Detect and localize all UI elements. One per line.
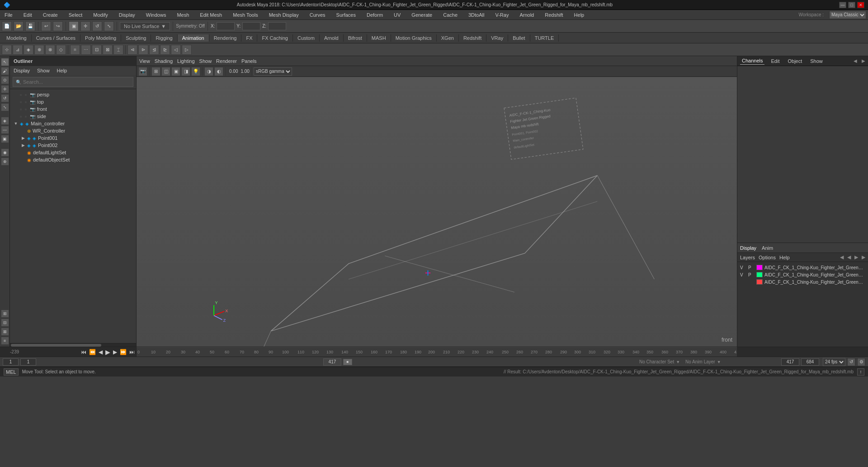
minimize-button[interactable]: — <box>839 2 846 8</box>
tab-mash[interactable]: MASH <box>367 34 391 42</box>
layer-p1[interactable]: P <box>748 265 755 270</box>
menu-windows[interactable]: Windows <box>143 11 169 19</box>
tab-xgen[interactable]: XGen <box>437 34 459 42</box>
menu-vray[interactable]: V-Ray <box>492 11 511 19</box>
z-input[interactable] <box>268 22 286 30</box>
frame-start2-input[interactable] <box>20 358 36 366</box>
tb2-snap2[interactable]: ⋯ <box>81 45 91 55</box>
workspace-dropdown[interactable]: Maya Classic <box>829 11 866 19</box>
viewport-canvas[interactable]: AIDC_F-CK-1_Ching-Kuo Fighter Jet Green … <box>137 77 737 347</box>
tab-rigging[interactable]: Rigging <box>151 34 177 42</box>
rotate-tool-btn[interactable]: ↺ <box>92 21 102 31</box>
lasso-tool-icon[interactable]: ⊙ <box>1 76 9 84</box>
tab-sculpting[interactable]: Sculpting <box>121 34 151 42</box>
menu-edit-mesh[interactable]: Edit Mesh <box>197 11 225 19</box>
grid-icon[interactable]: ⊞ <box>1 310 9 318</box>
outliner-item-default-object-set[interactable]: ◉ defaultObjectSet <box>10 156 136 163</box>
vp-light-btn[interactable]: 💡 <box>191 67 200 76</box>
tb2-btn6[interactable]: ◇ <box>56 45 66 55</box>
menu-surfaces[interactable]: Surfaces <box>334 11 359 19</box>
tab-fx-caching[interactable]: FX Caching <box>257 34 292 42</box>
tb2-btn4[interactable]: ⊕ <box>34 45 44 55</box>
tb2-snap1[interactable]: ⌗ <box>70 45 80 55</box>
outliner-menu-help[interactable]: Help <box>55 67 69 74</box>
tb2-key6[interactable]: ▷ <box>182 45 192 55</box>
outliner-item-default-light-set[interactable]: ◉ defaultLightSet <box>10 149 136 156</box>
menu-mesh[interactable]: Mesh <box>174 11 192 19</box>
menu-deform[interactable]: Deform <box>364 11 386 19</box>
layer-nav-icon2[interactable]: ◀ <box>847 254 851 260</box>
menu-mesh-display[interactable]: Mesh Display <box>266 11 302 19</box>
layers-subtab[interactable]: Layers <box>740 255 755 260</box>
paint-tool-icon[interactable]: 🖌 <box>1 67 9 75</box>
outliner-menu-show[interactable]: Show <box>35 67 52 74</box>
viewport-menu-renderer[interactable]: Renderer <box>216 58 237 64</box>
tab-rendering[interactable]: Rendering <box>209 34 242 42</box>
tab-modeling[interactable]: Modeling <box>2 34 32 42</box>
tb2-key5[interactable]: ◁ <box>171 45 181 55</box>
move-icon[interactable]: ✛ <box>1 85 9 93</box>
close-button[interactable]: ✕ <box>857 2 864 8</box>
tb2-key3[interactable]: ⊴ <box>149 45 159 55</box>
undo-btn[interactable]: ↩ <box>41 21 51 31</box>
help-subtab[interactable]: Help <box>779 255 790 260</box>
vp-ao-btn[interactable]: ◐ <box>214 67 223 76</box>
vertex-icon[interactable]: ◈ <box>1 117 9 125</box>
layer-nav-icon3[interactable]: ▶ <box>854 254 858 260</box>
tb2-btn5[interactable]: ⊗ <box>45 45 55 55</box>
tab-bifrost[interactable]: Bifrost <box>344 34 367 42</box>
tb2-key4[interactable]: ⊵ <box>160 45 170 55</box>
tab-redshift[interactable]: Redshift <box>459 34 486 42</box>
outliner-item-point002[interactable]: ▶ ◈ ◈ Point002 <box>10 142 136 149</box>
no-anim-layer-label[interactable]: No Anim Layer <box>685 359 715 364</box>
viewport-menu-view[interactable]: View <box>139 58 150 64</box>
panel-minimize-icon[interactable]: ◀ <box>854 58 857 63</box>
layer-nav-icon4[interactable]: ▶ <box>862 254 865 260</box>
options-subtab[interactable]: Options <box>759 255 776 260</box>
soft-select-icon[interactable]: ◉ <box>1 148 9 157</box>
menu-create[interactable]: Create <box>40 11 61 19</box>
viewport-menu-show[interactable]: Show <box>199 58 212 64</box>
menu-display[interactable]: Display <box>116 11 138 19</box>
no-live-surface-indicator[interactable]: No Live Surface ▼ <box>120 22 170 30</box>
settings-btn[interactable]: ⚙ <box>857 358 865 366</box>
play-back-btn[interactable]: ▶ <box>104 348 112 356</box>
viewport-menu-panels[interactable]: Panels <box>241 58 257 64</box>
tb2-key2[interactable]: ⊳ <box>138 45 148 55</box>
viewport-menu-shading[interactable]: Shading <box>155 58 173 64</box>
maximize-button[interactable]: □ <box>848 2 855 8</box>
layers-icon[interactable]: ≡ <box>1 337 9 345</box>
tb2-snap4[interactable]: ⊠ <box>103 45 113 55</box>
vp-camera-icon[interactable]: 📷 <box>138 67 147 76</box>
tab-vray[interactable]: VRay <box>486 34 508 42</box>
outliner-item-top[interactable]: ■ ■ 📷 top <box>10 98 136 105</box>
vp-texture-btn[interactable]: ◨ <box>181 67 190 76</box>
layer-item-3[interactable]: AIDC_F_CK_1_Ching-Kuo_Fighter_Jet_Green_… <box>737 278 868 286</box>
select-mode-btn[interactable]: ▣ <box>69 21 79 31</box>
object-tab[interactable]: Object <box>786 57 804 65</box>
menu-cache[interactable]: Cache <box>440 11 460 19</box>
tb2-btn3[interactable]: ◈ <box>24 45 33 55</box>
new-scene-btn[interactable]: 📄 <box>2 21 12 31</box>
viewport-menu-lighting[interactable]: Lighting <box>177 58 195 64</box>
layer-p2[interactable]: P <box>748 272 755 277</box>
tab-curves-surfaces[interactable]: Curves / Surfaces <box>32 34 80 42</box>
save-scene-btn[interactable]: 💾 <box>25 21 35 31</box>
outliner-item-side[interactable]: ■ ■ 📷 side <box>10 113 136 120</box>
outliner-item-main-controller[interactable]: ▼ ◈ ◈ Main_controller <box>10 120 136 127</box>
paint-weights-icon[interactable]: ⊕ <box>1 157 9 166</box>
menu-curves[interactable]: Curves <box>307 11 328 19</box>
tb2-key1[interactable]: ⊲ <box>127 45 137 55</box>
menu-redshift[interactable]: Redshift <box>542 11 566 19</box>
tab-bullet[interactable]: Bullet <box>508 34 530 42</box>
panel-maximize-icon[interactable]: ▶ <box>862 58 865 63</box>
layer-v2[interactable]: V <box>740 272 746 277</box>
go-start-btn[interactable]: ⏮ <box>80 349 88 355</box>
face-icon[interactable]: ▣ <box>1 135 9 143</box>
tb2-btn1[interactable]: ⊹ <box>2 45 12 55</box>
show-tab[interactable]: Show <box>808 57 825 65</box>
tab-turtle[interactable]: TURTLE <box>530 34 559 42</box>
menu-file[interactable]: File <box>2 11 15 19</box>
channels-tab[interactable]: Channels <box>740 57 764 65</box>
refresh-btn[interactable]: ↺ <box>847 358 855 366</box>
